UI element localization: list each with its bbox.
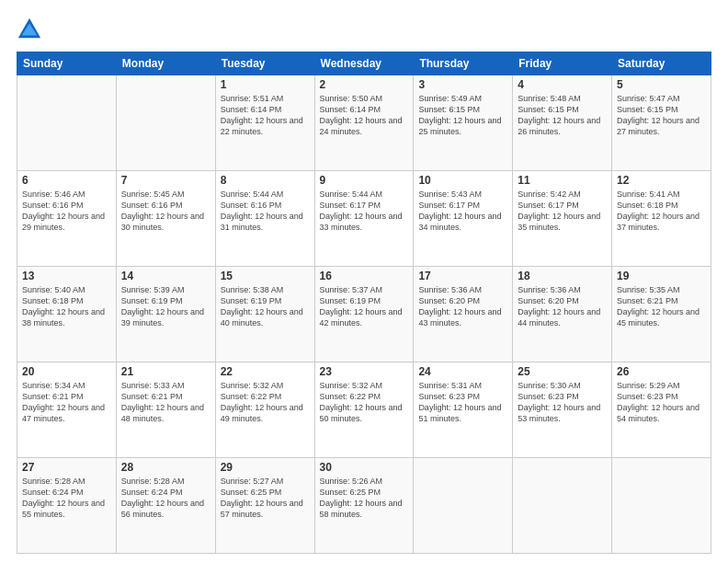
calendar-cell: 3Sunrise: 5:49 AMSunset: 6:15 PMDaylight…: [414, 75, 513, 171]
day-info: Sunrise: 5:37 AMSunset: 6:19 PMDaylight:…: [320, 284, 409, 329]
day-info: Sunrise: 5:48 AMSunset: 6:15 PMDaylight:…: [518, 93, 607, 138]
day-info: Sunrise: 5:42 AMSunset: 6:17 PMDaylight:…: [518, 189, 607, 234]
weekday-header-friday: Friday: [513, 52, 612, 75]
calendar-cell: 23Sunrise: 5:32 AMSunset: 6:22 PMDayligh…: [314, 362, 414, 458]
calendar-cell: 16Sunrise: 5:37 AMSunset: 6:19 PMDayligh…: [314, 267, 414, 362]
calendar-cell: 4Sunrise: 5:48 AMSunset: 6:15 PMDaylight…: [513, 75, 612, 171]
day-number: 12: [617, 174, 706, 187]
day-info: Sunrise: 5:40 AMSunset: 6:18 PMDaylight:…: [22, 284, 111, 329]
weekday-header-saturday: Saturday: [612, 52, 711, 75]
calendar-cell: 30Sunrise: 5:26 AMSunset: 6:25 PMDayligh…: [314, 458, 414, 554]
weekday-header-tuesday: Tuesday: [215, 52, 314, 75]
weekday-header-row: SundayMondayTuesdayWednesdayThursdayFrid…: [17, 52, 711, 75]
weekday-header-thursday: Thursday: [414, 52, 513, 75]
calendar-cell: 11Sunrise: 5:42 AMSunset: 6:17 PMDayligh…: [513, 171, 612, 267]
calendar-cell: 6Sunrise: 5:46 AMSunset: 6:16 PMDaylight…: [17, 171, 117, 267]
calendar-cell: 28Sunrise: 5:28 AMSunset: 6:24 PMDayligh…: [116, 458, 215, 554]
logo-icon: [17, 17, 42, 42]
calendar-cell: 19Sunrise: 5:35 AMSunset: 6:21 PMDayligh…: [612, 267, 711, 362]
header: [17, 17, 711, 42]
calendar-cell: 29Sunrise: 5:27 AMSunset: 6:25 PMDayligh…: [215, 458, 314, 554]
day-info: Sunrise: 5:38 AMSunset: 6:19 PMDaylight:…: [221, 284, 310, 329]
calendar-cell: 7Sunrise: 5:45 AMSunset: 6:16 PMDaylight…: [116, 171, 215, 267]
day-info: Sunrise: 5:32 AMSunset: 6:22 PMDaylight:…: [221, 380, 310, 425]
day-number: 21: [121, 365, 210, 378]
day-number: 26: [617, 365, 706, 378]
day-number: 23: [320, 365, 409, 378]
calendar-cell: 17Sunrise: 5:36 AMSunset: 6:20 PMDayligh…: [414, 267, 513, 362]
week-row-5: 27Sunrise: 5:28 AMSunset: 6:24 PMDayligh…: [17, 458, 711, 554]
day-info: Sunrise: 5:28 AMSunset: 6:24 PMDaylight:…: [22, 476, 111, 521]
day-number: 9: [320, 174, 409, 187]
day-info: Sunrise: 5:35 AMSunset: 6:21 PMDaylight:…: [617, 284, 706, 329]
calendar-cell: 25Sunrise: 5:30 AMSunset: 6:23 PMDayligh…: [513, 362, 612, 458]
day-info: Sunrise: 5:26 AMSunset: 6:25 PMDaylight:…: [320, 476, 409, 521]
day-number: 2: [320, 78, 409, 91]
weekday-header-sunday: Sunday: [17, 52, 117, 75]
day-number: 7: [121, 174, 210, 187]
weekday-header-wednesday: Wednesday: [314, 52, 414, 75]
calendar-cell: [612, 458, 711, 554]
day-number: 25: [518, 365, 607, 378]
day-number: 15: [221, 270, 310, 282]
weekday-header-monday: Monday: [116, 52, 215, 75]
day-number: 29: [221, 461, 310, 474]
calendar-cell: 14Sunrise: 5:39 AMSunset: 6:19 PMDayligh…: [116, 267, 215, 362]
day-info: Sunrise: 5:31 AMSunset: 6:23 PMDaylight:…: [418, 380, 507, 425]
week-row-3: 13Sunrise: 5:40 AMSunset: 6:18 PMDayligh…: [17, 267, 711, 362]
calendar-cell: 26Sunrise: 5:29 AMSunset: 6:23 PMDayligh…: [612, 362, 711, 458]
day-info: Sunrise: 5:50 AMSunset: 6:14 PMDaylight:…: [320, 93, 409, 138]
day-info: Sunrise: 5:41 AMSunset: 6:18 PMDaylight:…: [617, 189, 706, 234]
week-row-1: 1Sunrise: 5:51 AMSunset: 6:14 PMDaylight…: [17, 75, 711, 171]
day-info: Sunrise: 5:39 AMSunset: 6:19 PMDaylight:…: [121, 284, 210, 329]
calendar-cell: 5Sunrise: 5:47 AMSunset: 6:15 PMDaylight…: [612, 75, 711, 171]
calendar-cell: 2Sunrise: 5:50 AMSunset: 6:14 PMDaylight…: [314, 75, 414, 171]
day-number: 22: [221, 365, 310, 378]
day-info: Sunrise: 5:44 AMSunset: 6:16 PMDaylight:…: [221, 189, 310, 234]
calendar-cell: 1Sunrise: 5:51 AMSunset: 6:14 PMDaylight…: [215, 75, 314, 171]
day-info: Sunrise: 5:47 AMSunset: 6:15 PMDaylight:…: [617, 93, 706, 138]
day-info: Sunrise: 5:34 AMSunset: 6:21 PMDaylight:…: [22, 380, 111, 425]
day-number: 18: [518, 270, 607, 282]
day-number: 11: [518, 174, 607, 187]
week-row-4: 20Sunrise: 5:34 AMSunset: 6:21 PMDayligh…: [17, 362, 711, 458]
day-number: 13: [22, 270, 111, 282]
calendar-cell: 9Sunrise: 5:44 AMSunset: 6:17 PMDaylight…: [314, 171, 414, 267]
day-number: 14: [121, 270, 210, 282]
calendar-cell: 21Sunrise: 5:33 AMSunset: 6:21 PMDayligh…: [116, 362, 215, 458]
day-number: 19: [617, 270, 706, 282]
day-info: Sunrise: 5:51 AMSunset: 6:14 PMDaylight:…: [221, 93, 310, 138]
day-number: 17: [418, 270, 507, 282]
day-info: Sunrise: 5:30 AMSunset: 6:23 PMDaylight:…: [518, 380, 607, 425]
day-info: Sunrise: 5:49 AMSunset: 6:15 PMDaylight:…: [418, 93, 507, 138]
day-number: 20: [22, 365, 111, 378]
day-number: 3: [418, 78, 507, 91]
week-row-2: 6Sunrise: 5:46 AMSunset: 6:16 PMDaylight…: [17, 171, 711, 267]
day-info: Sunrise: 5:46 AMSunset: 6:16 PMDaylight:…: [22, 189, 111, 234]
calendar-cell: 24Sunrise: 5:31 AMSunset: 6:23 PMDayligh…: [414, 362, 513, 458]
calendar-cell: [513, 458, 612, 554]
logo: [17, 17, 46, 42]
day-info: Sunrise: 5:29 AMSunset: 6:23 PMDaylight:…: [617, 380, 706, 425]
calendar-cell: 15Sunrise: 5:38 AMSunset: 6:19 PMDayligh…: [215, 267, 314, 362]
calendar-cell: [116, 75, 215, 171]
day-info: Sunrise: 5:36 AMSunset: 6:20 PMDaylight:…: [418, 284, 507, 329]
calendar-cell: 12Sunrise: 5:41 AMSunset: 6:18 PMDayligh…: [612, 171, 711, 267]
calendar-cell: 20Sunrise: 5:34 AMSunset: 6:21 PMDayligh…: [17, 362, 117, 458]
day-number: 24: [418, 365, 507, 378]
page: SundayMondayTuesdayWednesdayThursdayFrid…: [0, 0, 728, 563]
calendar-cell: [17, 75, 117, 171]
day-info: Sunrise: 5:45 AMSunset: 6:16 PMDaylight:…: [121, 189, 210, 234]
day-info: Sunrise: 5:44 AMSunset: 6:17 PMDaylight:…: [320, 189, 409, 234]
calendar-cell: 13Sunrise: 5:40 AMSunset: 6:18 PMDayligh…: [17, 267, 117, 362]
day-number: 5: [617, 78, 706, 91]
day-number: 16: [320, 270, 409, 282]
day-info: Sunrise: 5:36 AMSunset: 6:20 PMDaylight:…: [518, 284, 607, 329]
day-number: 28: [121, 461, 210, 474]
calendar-table: SundayMondayTuesdayWednesdayThursdayFrid…: [17, 52, 711, 554]
day-number: 8: [221, 174, 310, 187]
day-number: 10: [418, 174, 507, 187]
calendar-cell: 8Sunrise: 5:44 AMSunset: 6:16 PMDaylight…: [215, 171, 314, 267]
day-number: 30: [320, 461, 409, 474]
calendar-cell: 18Sunrise: 5:36 AMSunset: 6:20 PMDayligh…: [513, 267, 612, 362]
